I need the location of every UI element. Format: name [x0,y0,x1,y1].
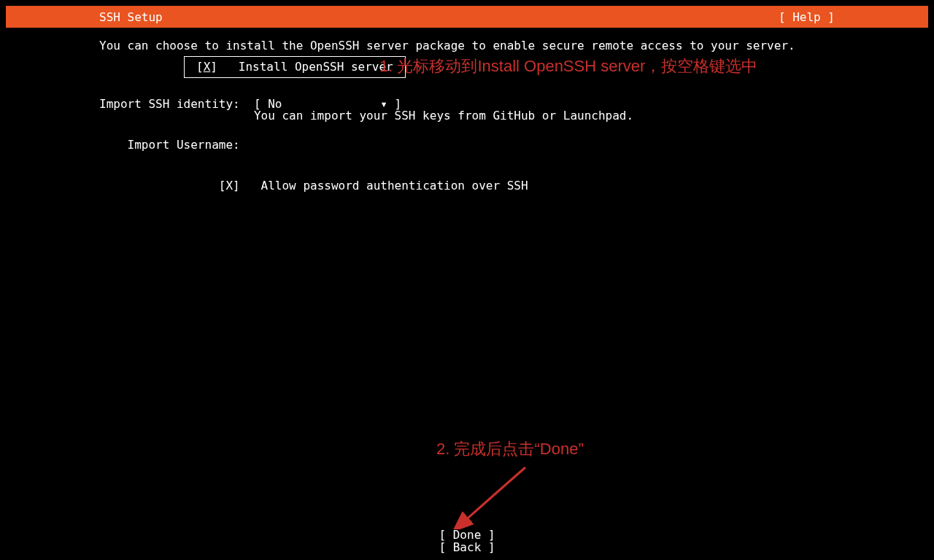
checkbox-bracket-close: ] [210,60,217,74]
title-bar: SSH Setup [ Help ] [6,6,928,28]
allow-password-row: [X] Allow password authentication over S… [99,180,914,192]
window-frame: SSH Setup [ Help ] You can choose to ins… [6,6,928,560]
allow-password-checkbox[interactable]: [X] [219,179,240,192]
import-username-label: Import Username: [128,138,240,152]
install-openssh-label: Install OpenSSH server [239,60,393,74]
import-identity-hint: You can import your SSH keys from GitHub… [99,110,914,122]
checkbox-mark: X [204,60,211,74]
done-button[interactable]: [ Done ] [428,529,506,542]
install-openssh-checkbox[interactable]: [X] Install OpenSSH server [184,56,406,78]
intro-text: You can choose to install the OpenSSH se… [99,40,914,52]
help-button[interactable]: [ Help ] [779,10,835,24]
back-button[interactable]: [ Back ] [428,541,506,554]
allow-password-label: Allow password authentication over SSH [261,179,528,192]
checkbox-bracket-open: [ [196,60,204,74]
import-identity-hint-text: You can import your SSH keys from GitHub… [254,109,633,122]
main-content: You can choose to install the OpenSSH se… [99,40,914,192]
import-username-row: Import Username: [99,139,914,151]
page-title: SSH Setup [99,10,163,24]
footer-buttons: [ Done ] [ Back ] [6,529,928,554]
